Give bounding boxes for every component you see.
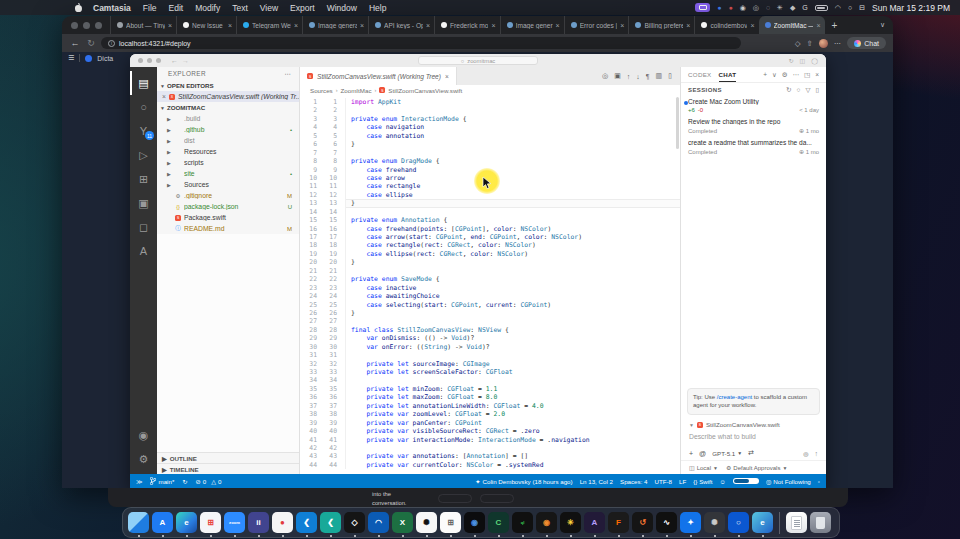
browser-tab[interactable]: Frederick mo× [434,16,500,34]
close-tab-icon[interactable]: × [686,22,690,29]
tree-item--build[interactable]: ▶.build [157,113,299,124]
customize-layout-icon[interactable]: ◯ [811,57,818,64]
dock-app-downloads[interactable] [786,512,807,533]
settings-gear-icon[interactable]: ⚙ [782,71,788,79]
open-editors-section[interactable]: ▼OPEN EDITORS [157,80,299,91]
browser-tab[interactable]: ZoomItMac —× [759,16,825,34]
breadcrumb-item[interactable]: ZoomItMac [341,87,372,94]
account-icon[interactable]: ◉ [130,423,157,447]
dock-app-vscode[interactable]: ❮ [296,512,317,533]
tree-item--github[interactable]: ▶.github• [157,124,299,135]
address-bar[interactable]: i localhost:4321/#deploy [101,37,741,49]
close-tab-icon[interactable]: × [750,22,754,29]
tree-item-resources[interactable]: ▶Resources [157,146,299,157]
breadcrumb-item[interactable]: StillZoomCanvasView.swift [388,87,462,94]
encoding-indicator[interactable]: UTF-8 [655,478,673,485]
close-tab-icon[interactable]: × [445,73,449,80]
profile-avatar[interactable] [819,39,828,48]
command-center[interactable]: ○ zoomitmac [418,56,538,65]
workspace-root[interactable]: ▼ZOOMITMAC [157,102,299,113]
create-agent-link[interactable]: /create-agent [717,394,752,400]
tab-search-button[interactable]: ∨ [880,21,885,29]
menu-bar-clock[interactable]: Sun Mar 15 2:19 PM [872,3,950,13]
dock-app-terminal[interactable]: ql [512,512,533,533]
wifi-icon[interactable]: ◠ [835,4,841,11]
menu-text[interactable]: Text [226,3,254,13]
editor-scrollbar[interactable] [676,97,679,149]
dock-app-gray-knot-app[interactable]: ✺ [704,512,725,533]
spotlight-search-icon[interactable]: ○ [848,4,852,11]
close-tab-icon[interactable]: × [360,22,364,29]
battery-icon[interactable] [815,5,828,11]
menu-window[interactable]: Window [321,3,363,13]
source-control-icon[interactable]: Y11 [130,119,157,143]
next-change-icon[interactable]: ↓ [636,73,640,80]
tree-item--gitignore[interactable]: ⚙.gitignoreM [157,190,299,201]
azure-extension-icon[interactable]: A [130,239,157,263]
close-tab-icon[interactable]: × [168,22,172,29]
tree-item-scripts[interactable]: ▶scripts [157,157,299,168]
dock-app-red-app[interactable]: ● [272,512,293,533]
dock-app-microsoft-365[interactable]: ⊞ [200,512,221,533]
search-icon[interactable]: ○ [796,86,800,94]
session-item[interactable]: Create Mac Zoom Utility+6-0< 1 day [681,96,826,116]
apple-menu-icon[interactable] [75,4,83,12]
close-icon[interactable]: × [815,71,819,79]
browser-tab[interactable]: New Issue× [176,16,236,34]
app-status-blue-icon[interactable]: ● [717,4,721,11]
cursor-position[interactable]: Ln 13, Col 2 [580,478,613,485]
dock-app-yellow-asterisk-app[interactable]: ✳ [560,512,581,533]
eol-indicator[interactable]: LF [679,478,686,485]
menu-camtasia[interactable]: Camtasia [87,3,137,13]
back-button[interactable]: ← [69,38,81,48]
app-status-red-icon[interactable]: ● [728,4,732,11]
dock-app-onedrive[interactable]: ◠ [368,512,389,533]
browser-tab[interactable]: Image generat× [302,16,368,34]
browser-tab[interactable]: colindembov× [694,16,758,34]
dock-app-chatgpt[interactable]: ✺ [416,512,437,533]
menu-help[interactable]: Help [363,3,392,13]
tree-item-readme-md[interactable]: ⓘREADME.mdM [157,223,299,234]
blame-indicator[interactable]: ✦Colin Dembovsky (18 hours ago) [475,478,572,485]
browser-tab[interactable]: Billing prefere× [628,16,694,34]
close-tab-icon[interactable]: × [816,22,820,29]
tree-item-dist[interactable]: ▶dist [157,135,299,146]
site-info-icon[interactable]: i [108,40,115,47]
dashed-circle-icon[interactable]: ◌ [766,4,770,11]
expand-icon[interactable]: ◳ [804,71,810,79]
screen-mirroring-indicator[interactable] [695,3,710,12]
composer[interactable]: Describe what to build + @ GPT-5.1▼ ⇄ ◎ … [681,430,826,460]
whitespace-icon[interactable]: ¶ [646,73,650,80]
browser-tab[interactable]: Error codes |× [564,16,629,34]
browser-tab[interactable]: Telegram Web× [236,16,302,34]
mic-button[interactable]: ◎ [803,450,808,457]
indentation-indicator[interactable]: Spaces: 4 [620,478,648,485]
close-tab-icon[interactable]: × [426,22,430,29]
remote-indicator[interactable]: ≫ [136,478,142,485]
control-center-icon[interactable]: ⊟ [859,4,865,11]
session-item[interactable]: create a readme that summarizes the da..… [681,137,826,158]
chevron-down-icon[interactable]: ∨ [772,71,777,79]
remote-explorer-icon[interactable]: ▣ [130,191,157,215]
browser-menu-icon[interactable]: ⋯ [834,39,842,48]
copy-icon[interactable]: ▣ [614,72,621,80]
browser-tab[interactable]: Image gener× [500,16,564,34]
environment-picker[interactable]: ◫Local▼ [689,464,718,471]
close-tab-icon[interactable]: × [491,22,495,29]
mention-button[interactable]: @ [699,450,706,457]
language-indicator[interactable]: {} Swift [693,478,712,485]
history-back-icon[interactable]: ← [171,57,178,64]
run-debug-icon[interactable]: ▷ [130,143,157,167]
dock-app-excel[interactable]: X [392,512,413,533]
chat-extension-icon[interactable]: ◻ [130,215,157,239]
asterisk-menu-icon[interactable]: ✳ [777,4,783,11]
approvals-picker[interactable]: ⚙Default Approvals▼ [726,464,787,471]
session-item[interactable]: Review the changes in the repoCompleted⊕… [681,116,826,137]
sidebar-toggle-icon[interactable]: ☰ [68,54,74,62]
dock-app-orange-swirl-app[interactable]: ↺ [632,512,653,533]
panel-toggle-icon[interactable]: ◫ [800,57,806,64]
browser-tab[interactable]: API keys - Op× [368,16,434,34]
app-status-white-icon[interactable]: ◉ [740,4,746,11]
menu-edit[interactable]: Edit [163,3,190,13]
dock-app-teams[interactable]: ii [248,512,269,533]
